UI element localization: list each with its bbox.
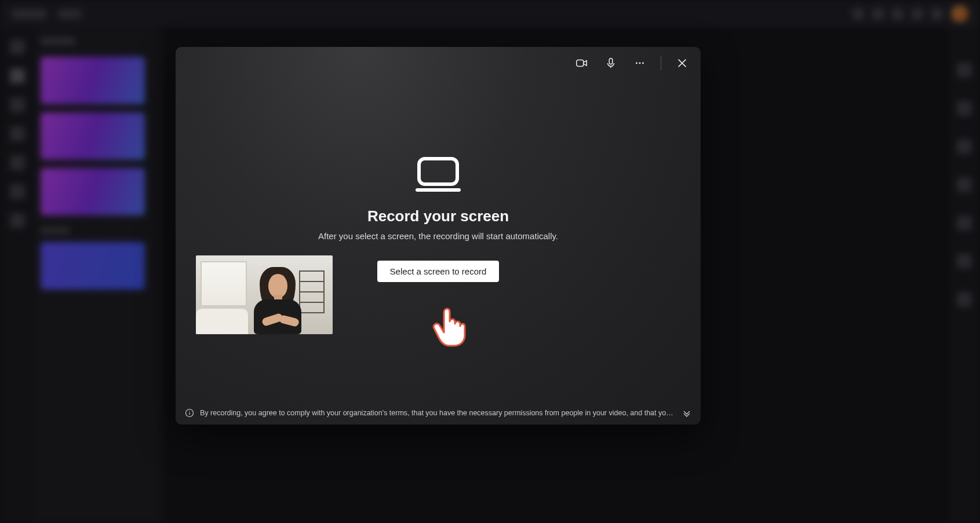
camera-toggle-button[interactable]	[574, 55, 590, 71]
toolbar-divider	[661, 56, 661, 70]
modal-title: Record your screen	[367, 207, 509, 225]
background-topbar	[0, 0, 980, 28]
svg-rect-1	[609, 58, 613, 64]
close-icon	[676, 57, 688, 70]
background-side-panel	[35, 28, 162, 523]
more-options-icon	[633, 57, 646, 70]
modal-toolbar	[176, 47, 701, 71]
background-right-rail	[949, 28, 980, 523]
svg-point-4	[642, 63, 644, 64]
background-left-rail	[0, 28, 35, 523]
recording-disclaimer: By recording, you agree to comply with y…	[200, 409, 676, 417]
microphone-icon	[604, 57, 617, 70]
svg-point-2	[636, 63, 637, 64]
modal-body: Record your screen After you select a sc…	[176, 71, 701, 401]
close-modal-button[interactable]	[674, 55, 690, 71]
pointer-hand-cursor	[431, 306, 467, 348]
select-screen-button[interactable]: Select a screen to record	[377, 261, 500, 282]
camera-self-preview	[196, 255, 333, 334]
svg-rect-0	[577, 60, 584, 67]
svg-rect-5	[419, 159, 457, 184]
microphone-toggle-button[interactable]	[603, 55, 619, 71]
svg-point-3	[639, 63, 641, 64]
modal-footer: By recording, you agree to comply with y…	[176, 401, 701, 425]
svg-point-9	[189, 411, 190, 411]
info-icon	[185, 408, 194, 418]
expand-disclaimer-button[interactable]	[682, 408, 691, 418]
record-screen-modal: Record your screen After you select a sc…	[176, 47, 701, 425]
more-options-button[interactable]	[632, 55, 648, 71]
modal-subtitle: After you select a screen, the recording…	[318, 231, 558, 241]
video-camera-icon	[575, 57, 588, 70]
laptop-screen-icon	[414, 156, 462, 192]
